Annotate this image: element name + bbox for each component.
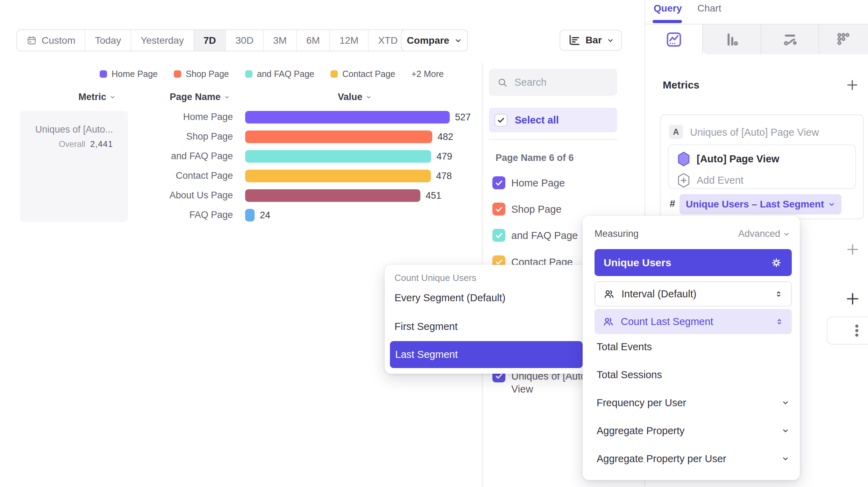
filter-item[interactable]: Home Page [492, 176, 565, 190]
measuring-row-count-last-segment[interactable]: Count Last Segment [595, 309, 792, 334]
compare-button[interactable]: Compare [401, 29, 468, 51]
legend-item[interactable]: and FAQ Page [245, 69, 314, 79]
date-range-label: 12M [340, 35, 358, 46]
users-icon [604, 289, 614, 299]
measuring-title: Measuring [595, 228, 639, 239]
date-range-today[interactable]: Today [85, 30, 131, 51]
metric-definition-title: Uniques of [Auto] Page View [690, 127, 819, 138]
bar-value: 479 [436, 151, 452, 162]
tab-query[interactable]: Query [654, 3, 682, 14]
add-metric-button[interactable] [846, 78, 859, 92]
column-header-value[interactable]: Value [338, 92, 372, 103]
stepper-icon [775, 290, 783, 298]
date-range-30d[interactable]: 30D [226, 30, 263, 51]
bar-value: 451 [426, 190, 441, 201]
metric-name: Uniques of [Auto... [35, 124, 113, 135]
date-range-3m[interactable]: 3M [264, 30, 297, 51]
add-breakdown-button[interactable] [845, 291, 860, 306]
date-range-label: Yesterday [141, 35, 184, 46]
measuring-option[interactable]: Aggregate Property per User [583, 445, 800, 473]
date-range-yesterday[interactable]: Yesterday [131, 30, 194, 51]
item-label: Shop Page [511, 203, 562, 216]
legend-item[interactable]: Home Page [100, 69, 158, 79]
item-checkbox[interactable] [492, 229, 505, 242]
chart-type-dropdown[interactable]: Bar [560, 30, 622, 51]
chevron-down-icon [782, 399, 789, 407]
date-range-12m[interactable]: 12M [330, 30, 369, 51]
chevron-down-icon [782, 427, 789, 435]
measuring-option-unique-users[interactable]: Unique Users [595, 249, 792, 276]
column-header-page-name[interactable]: Page Name [170, 92, 230, 103]
measuring-option[interactable]: Frequency per User [583, 389, 800, 417]
legend-item[interactable]: Contact Page [330, 69, 396, 79]
date-range-7d[interactable]: 7D [194, 30, 226, 51]
date-range-6m[interactable]: 6M [297, 30, 330, 51]
add-event-row[interactable]: Add Event [677, 173, 744, 188]
add-filter-button[interactable] [846, 242, 860, 256]
bar-segment[interactable] [245, 150, 431, 163]
bar-category-label: Home Page [115, 112, 233, 122]
bar-segment[interactable] [245, 189, 420, 202]
calendar-icon [27, 35, 37, 45]
chart-type-tab-funnels[interactable] [703, 24, 761, 54]
chart-type-tab-insights[interactable] [645, 24, 702, 54]
advanced-toggle[interactable]: Advanced [738, 228, 790, 239]
date-range-toolbar: CustomTodayYesterday7D30D3M6M12MXTD [16, 29, 420, 51]
active-tab-underline [653, 20, 682, 23]
event-row[interactable]: [Auto] Page View [677, 151, 779, 167]
chevron-down-icon [783, 231, 790, 238]
chart-type-tab-retention[interactable] [819, 24, 868, 54]
strip-divider [761, 24, 761, 54]
date-range-label: Today [95, 35, 121, 46]
legend-item[interactable]: Shop Page [174, 69, 229, 79]
count-last-segment-label: Count Last Segment [621, 316, 768, 327]
segment-option[interactable]: Every Segment (Default) [394, 287, 506, 309]
bar-chart-icon [567, 34, 581, 47]
measurement-pill[interactable]: Unique Users – Last Segment [680, 194, 841, 214]
date-range-label: 30D [235, 35, 253, 46]
measuring-option[interactable]: Total Sessions [583, 361, 800, 389]
legend-swatch [174, 70, 181, 78]
bar-segment[interactable] [245, 209, 255, 221]
value-header-label: Value [338, 92, 363, 103]
search-box[interactable] [489, 69, 617, 96]
select-all-checkbox[interactable] [495, 114, 507, 127]
overall-label: Overall [59, 139, 85, 149]
date-range-label: 6M [306, 35, 320, 46]
item-checkbox[interactable] [492, 203, 505, 216]
search-input[interactable] [514, 76, 603, 89]
segment-option[interactable]: First Segment [394, 315, 458, 338]
bar-category-label: and FAQ Page [115, 151, 233, 162]
users-icon [603, 316, 614, 327]
bar-segment[interactable] [245, 111, 450, 123]
metric-definition-card[interactable]: A Uniques of [Auto] Page View [Auto] Pag… [660, 114, 864, 219]
date-range-label: 3M [273, 35, 287, 46]
hexagon-event-icon [677, 151, 690, 167]
segment-option[interactable]: Last Segment [390, 341, 583, 368]
legend-swatch [245, 70, 252, 78]
bar-segment[interactable] [245, 130, 432, 143]
measuring-option-label: Total Sessions [597, 369, 789, 381]
gear-icon[interactable] [770, 256, 783, 269]
select-all-row[interactable]: Select all [489, 108, 617, 132]
bar-segment[interactable] [245, 170, 431, 182]
column-header-metric[interactable]: Metric [78, 92, 115, 103]
filter-item[interactable]: and FAQ Page [492, 229, 578, 242]
metric-summary-card[interactable]: Uniques of [Auto... Overall2,441 [20, 111, 128, 222]
chart-type-label: Bar [585, 35, 602, 46]
tab-chart[interactable]: Chart [697, 3, 721, 14]
measuring-option-label: Aggregate Property per User [597, 453, 782, 465]
measuring-option[interactable]: Total Events [583, 333, 800, 361]
more-options-button[interactable] [849, 323, 865, 338]
chart-type-tab-flows[interactable] [761, 24, 818, 54]
add-event-icon [677, 173, 690, 188]
date-range-custom[interactable]: Custom [17, 30, 85, 51]
legend-swatch [100, 70, 107, 78]
item-checkbox[interactable] [492, 176, 505, 189]
measuring-row-interval[interactable]: Interval (Default) [595, 281, 792, 306]
measuring-option[interactable]: Aggregate Property [583, 417, 800, 445]
bar-category-label: FAQ Page [115, 210, 233, 220]
legend-more[interactable]: +2 More [411, 69, 443, 79]
filter-item[interactable]: Shop Page [492, 203, 562, 216]
bar-value: 482 [437, 132, 453, 142]
